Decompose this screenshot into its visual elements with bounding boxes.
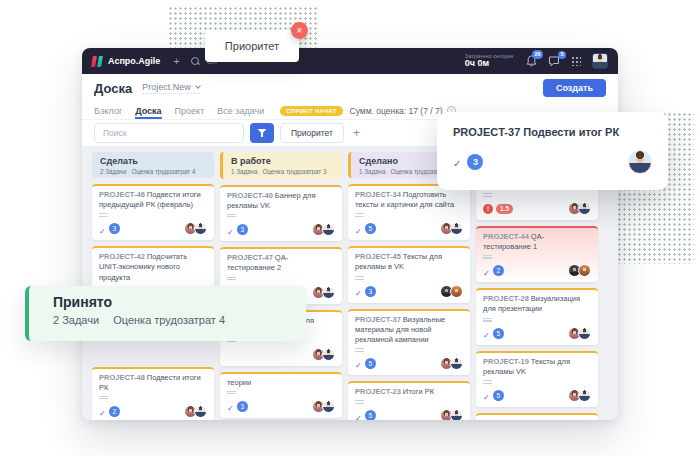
- estimate-badge: 2: [109, 406, 120, 417]
- time-tracker[interactable]: Затрачено сегодня 0ч 0м: [465, 53, 513, 69]
- task-code: PROJECT-45: [355, 252, 401, 261]
- avatar-group: [440, 285, 463, 298]
- board-card[interactable]: PROJECT-28Визуализация для презентации5: [476, 288, 598, 344]
- app-logo[interactable]: Аспро.Agile: [92, 56, 160, 67]
- board-card[interactable]: PROJECT-45Тексты для рекламы в VK3: [348, 246, 470, 302]
- description-icon: [355, 348, 364, 353]
- avatar-orange: [450, 285, 463, 298]
- add-filter-button[interactable]: +: [353, 127, 360, 139]
- time-tracker-value: 0ч 0м: [465, 59, 513, 69]
- board-card[interactable]: PROJECT-37Визуальные материалы для новой…: [348, 309, 470, 375]
- board-card[interactable]: PROJECT-19Тексты для рекламы VK5: [476, 351, 598, 407]
- estimate-badge: 3: [237, 401, 248, 412]
- card-footer: 5: [483, 327, 591, 340]
- column-task-count: 1 Задача: [231, 168, 257, 175]
- avatar-group: [312, 348, 335, 361]
- tab-4[interactable]: Все задачи: [217, 102, 264, 119]
- priority-tooltip: Приоритет: [205, 30, 299, 62]
- card-title: PROJECT-44QA-тестирование 1: [483, 232, 591, 252]
- check-icon: [483, 262, 490, 280]
- search-input[interactable]: [94, 123, 244, 143]
- column-estimate: Оценка трудозатрат 4: [131, 168, 195, 175]
- board-card[interactable]: PROJECT-46Подвести итоги предыдущей РК (…: [92, 184, 214, 240]
- board-column-done: Сделано1 ЗадачаОценка трудозатратPROJECT…: [348, 152, 470, 420]
- tab-1[interactable]: Бэклог: [94, 102, 122, 119]
- description-icon: [355, 400, 364, 405]
- task-popup-card[interactable]: PROJECT-37 Подвести итог РК 3: [437, 112, 668, 190]
- avatar-group: [568, 202, 591, 215]
- task-code: PROJECT-16: [483, 419, 529, 420]
- avatar-man: [322, 223, 335, 236]
- card-footer: 3: [227, 223, 335, 236]
- search-icon[interactable]: [191, 57, 200, 66]
- card-footer: 2: [99, 405, 207, 418]
- card-footer: 3: [99, 222, 207, 235]
- description-icon: [483, 380, 492, 385]
- filter-button[interactable]: [250, 123, 274, 143]
- avatar-man: [450, 222, 463, 235]
- card-title: PROJECT-47QA-тестирование 2: [227, 253, 335, 273]
- estimate-badge: 5: [365, 223, 376, 234]
- apps-grid-icon[interactable]: [571, 56, 581, 66]
- board-card[interactable]: PROJECT-34Подготовить тексты и картинки …: [348, 184, 470, 240]
- description-icon: [483, 255, 492, 260]
- card-footer: 5: [355, 357, 463, 370]
- card-list: !1.5PROJECT-44QA-тестирование 12PROJECT-…: [476, 184, 598, 420]
- avatar-group: [568, 264, 591, 277]
- description-icon: [355, 276, 364, 281]
- description-icon: [99, 213, 108, 218]
- avatar-man: [450, 357, 463, 370]
- add-icon[interactable]: +: [173, 56, 179, 67]
- card-footer: 5: [355, 222, 463, 235]
- estimate-badge: 5: [493, 390, 504, 401]
- column-header[interactable]: Сделать2 ЗадачиОценка трудозатрат 4: [92, 152, 214, 178]
- avatar-man: [322, 286, 335, 299]
- priority-filter-chip[interactable]: Приоритет: [280, 123, 344, 143]
- sprint-status-badge: СПРИНТ НАЧАТ: [280, 106, 342, 116]
- avatar-group: [184, 405, 207, 418]
- column-header[interactable]: В работе1 ЗадачаОценка трудозатрат 3: [220, 152, 342, 179]
- card-title: PROJECT-46Подвести итоги предыдущей РК (…: [99, 190, 207, 210]
- tab-2[interactable]: Доска: [135, 102, 161, 119]
- card-title: PROJECT-48Подвести итоги РК: [99, 373, 207, 393]
- avatar-man: [194, 405, 207, 418]
- close-icon[interactable]: [291, 22, 308, 39]
- check-icon: [483, 324, 490, 342]
- tab-3[interactable]: Проект: [175, 102, 205, 119]
- appbar-right: Затрачено сегодня 0ч 0м 26 5: [465, 53, 608, 69]
- board-card[interactable]: PROJECT-48Подвести итоги РК2: [92, 367, 214, 420]
- create-button[interactable]: Создать: [543, 79, 606, 97]
- check-icon: [227, 221, 234, 239]
- task-code: PROJECT-48: [99, 373, 145, 382]
- avatar-group: [440, 222, 463, 235]
- user-avatar[interactable]: [592, 53, 608, 69]
- card-title: PROJECT-23Итоги РК: [355, 387, 463, 397]
- accepted-tooltip-subtitle: 2 Задачи Оценка трудозатрат 4: [53, 314, 306, 326]
- avatar-man: [578, 327, 591, 340]
- messages-button[interactable]: 5: [548, 56, 560, 67]
- board-card[interactable]: PROJECT-40Баннер для рекламы VK3: [220, 185, 342, 241]
- avatar-man: [450, 409, 463, 420]
- project-selector[interactable]: Project.New: [142, 82, 200, 94]
- column-estimate: Оценка трудозатрат 3: [262, 168, 326, 175]
- board-card[interactable]: теории3: [220, 372, 342, 418]
- description-icon: [483, 318, 492, 323]
- project-name: Project.New: [142, 82, 191, 92]
- check-icon: [227, 397, 234, 415]
- card-title: PROJECT-37Визуальные материалы для новой…: [355, 315, 463, 345]
- notifications-button[interactable]: 26: [526, 55, 537, 67]
- task-code: PROJECT-44: [483, 232, 529, 241]
- card-title: PROJECT-28Визуализация для презентации: [483, 294, 591, 314]
- board-card[interactable]: PROJECT-16Подвести итоги РК: [476, 413, 598, 420]
- card-title: PROJECT-45Тексты для рекламы в VK: [355, 252, 463, 272]
- board-card[interactable]: PROJECT-44QA-тестирование 12: [476, 226, 598, 282]
- card-title: теории: [227, 378, 335, 388]
- board-column-accepted: !1.5PROJECT-44QA-тестирование 12PROJECT-…: [476, 152, 598, 420]
- fire-icon: !: [483, 204, 493, 214]
- chevron-down-icon: [195, 83, 201, 89]
- accepted-task-count: 2 Задачи: [53, 314, 99, 326]
- card-list: PROJECT-34Подготовить тексты и картинки …: [348, 184, 470, 420]
- avatar-group: [440, 357, 463, 370]
- board-card[interactable]: PROJECT-23Итоги РК5: [348, 381, 470, 420]
- card-footer: 3: [227, 400, 335, 413]
